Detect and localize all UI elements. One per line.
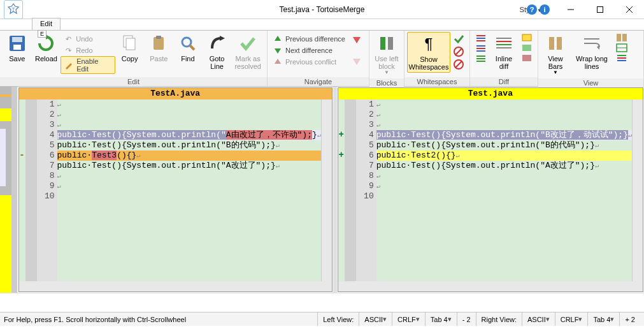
redo-icon: ↷	[63, 45, 73, 55]
scrollbar-v[interactable]	[321, 99, 332, 281]
tab-edit[interactable]: Edit E	[32, 18, 61, 30]
svg-rect-11	[126, 38, 135, 50]
svg-rect-7	[12, 37, 22, 42]
inline-diff-button[interactable]: Inline diff	[489, 32, 519, 71]
group-whitespaces-label: Whitespaces	[404, 77, 469, 86]
left-pane: TestA.java - 12345678910 ↵↵↵public·Test(…	[18, 87, 333, 292]
scrollbar-h[interactable]	[19, 281, 332, 291]
svg-rect-44	[549, 37, 554, 50]
right-view-label: Right View:	[476, 313, 522, 326]
paste-button[interactable]: Paste	[144, 32, 173, 64]
block-icon	[376, 33, 397, 54]
svg-marker-17	[275, 36, 281, 41]
left-tab[interactable]: Tab 4	[425, 313, 457, 326]
group-blocks-label: Blocks	[369, 78, 404, 87]
show-whitespaces-button[interactable]: ¶ Show Whitespaces	[407, 32, 450, 73]
enable-edit-button[interactable]: Enable Edit	[61, 56, 115, 74]
group-edit-label: Edit	[0, 77, 267, 86]
arrow-down-green-icon	[273, 45, 283, 55]
svg-marker-18	[275, 48, 281, 54]
view-bars-icon	[545, 33, 566, 54]
ws-opt2-icon[interactable]	[453, 46, 464, 57]
group-navigate-label: Navigate	[268, 77, 369, 86]
svg-rect-8	[13, 45, 21, 50]
tab-hint: E	[38, 30, 47, 38]
right-code-area[interactable]: ++ 12345678910 ↵↵↵public·Test(){System.o…	[338, 99, 643, 281]
svg-marker-21	[353, 59, 361, 65]
help-icon[interactable]: ?	[527, 4, 537, 15]
scrollbar-h[interactable]	[338, 281, 643, 291]
svg-marker-16	[220, 36, 225, 41]
arrow-up-green-icon	[273, 34, 283, 44]
use-left-block-button[interactable]: Use left block▼	[372, 32, 401, 77]
prev-diff-button[interactable]: Previous difference	[270, 33, 348, 45]
view-bars-button[interactable]: View Bars▼	[541, 32, 570, 77]
group-view-label: View	[538, 78, 643, 87]
undo-button[interactable]: ↶Undo	[61, 33, 115, 45]
svg-rect-23	[388, 37, 393, 50]
pilcrow-icon: ¶	[419, 34, 439, 54]
right-delta: + 2	[619, 313, 640, 326]
find-button[interactable]: Find	[173, 32, 203, 64]
svg-rect-45	[557, 37, 562, 50]
find-icon	[178, 33, 198, 54]
right-eol[interactable]: CRLF	[555, 313, 588, 326]
copy-icon	[120, 33, 140, 54]
right-pane-title: Test.java	[338, 88, 643, 99]
next-diff-button[interactable]: Next difference	[270, 45, 348, 56]
status-help: For Help, press F1. Scroll horizontally …	[4, 316, 186, 323]
mark-resolved-button[interactable]: Mark as resolved	[231, 32, 264, 71]
scrollbar-v[interactable]	[632, 99, 643, 281]
svg-rect-49	[622, 34, 627, 41]
save-icon	[7, 33, 27, 54]
arrow-down-red2-icon[interactable]	[352, 56, 362, 66]
right-tab[interactable]: Tab 4	[587, 313, 619, 326]
save-button[interactable]: Save	[3, 32, 32, 64]
svg-line-25	[455, 48, 462, 55]
ws-opt3-icon[interactable]	[453, 59, 464, 70]
redo-button[interactable]: ↷Redo	[61, 45, 115, 56]
svg-marker-47	[597, 45, 599, 50]
svg-rect-22	[380, 37, 385, 50]
diff-opt4-icon[interactable]	[521, 33, 533, 42]
info-icon[interactable]: i	[540, 4, 550, 15]
diff-opt1-icon[interactable]	[475, 33, 487, 42]
left-view-label: Left View:	[317, 313, 359, 326]
diff-opt2-icon[interactable]	[475, 43, 487, 52]
diff-opt3-icon[interactable]	[475, 54, 487, 63]
left-eol[interactable]: CRLF	[392, 313, 425, 326]
wrap-icon	[582, 33, 602, 54]
view-opt2-icon[interactable]	[616, 43, 627, 52]
svg-rect-42	[522, 45, 531, 51]
svg-point-14	[182, 38, 191, 47]
diff-opt5-icon[interactable]	[521, 43, 533, 52]
copy-button[interactable]: Copy	[115, 32, 145, 64]
goto-line-button[interactable]: Goto Line	[203, 32, 232, 71]
arrow-down-red-icon[interactable]	[352, 34, 362, 45]
app-icon[interactable]: T	[4, 0, 23, 19]
maximize-button[interactable]	[585, 0, 615, 19]
view-opt1-icon[interactable]	[616, 33, 627, 42]
view-opt3-icon[interactable]	[616, 54, 627, 63]
locator-bar[interactable]	[0, 87, 18, 293]
right-encoding[interactable]: ASCII	[522, 313, 555, 326]
svg-rect-41	[522, 34, 531, 41]
undo-icon: ↶	[63, 34, 73, 44]
svg-line-27	[455, 61, 462, 68]
prev-conflict-button[interactable]: Previous conflict	[270, 56, 348, 68]
ws-opt1-icon[interactable]	[453, 33, 464, 45]
wrap-lines-button[interactable]: Wrap long lines	[570, 32, 613, 71]
left-encoding[interactable]: ASCII	[359, 313, 392, 326]
check-icon	[238, 33, 258, 54]
diff-opt6-icon[interactable]	[521, 54, 533, 63]
goto-icon	[207, 33, 227, 54]
left-code-area[interactable]: - 12345678910 ↵↵↵public·Test(){System.ou…	[19, 99, 332, 281]
edit-icon	[64, 60, 74, 70]
svg-line-15	[190, 45, 194, 50]
arrow-up-red-icon	[273, 57, 283, 67]
pane-splitter[interactable]	[333, 87, 337, 293]
left-delta: - 2	[457, 313, 476, 326]
minimize-button[interactable]	[556, 0, 585, 19]
paste-icon	[148, 33, 169, 54]
close-button[interactable]	[615, 0, 644, 19]
